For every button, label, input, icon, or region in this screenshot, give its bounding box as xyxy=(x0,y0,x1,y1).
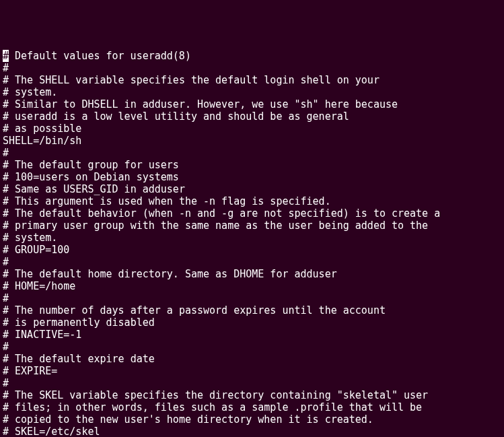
cursor: # xyxy=(3,50,9,62)
terminal-line: # xyxy=(3,341,501,353)
terminal-line: # The default behavior (when -n and -g a… xyxy=(3,207,501,220)
terminal-line: # GROUP=100 xyxy=(3,244,501,256)
terminal-line: # 100=users on Debian systems xyxy=(3,171,501,183)
terminal-content[interactable]: # Default values for useradd(8)## The SH… xyxy=(3,50,501,437)
terminal-line: # The default expire date xyxy=(3,353,501,365)
terminal-line: # copied to the new user's home director… xyxy=(3,413,501,426)
terminal-line: # The SHELL variable specifies the defau… xyxy=(3,74,501,86)
line-text: Default values for useradd(8) xyxy=(9,50,191,62)
terminal-line: # system. xyxy=(3,232,501,244)
terminal-line: # xyxy=(3,256,501,268)
terminal-line: # EXPIRE= xyxy=(3,365,501,377)
terminal-line: # This argument is used when the -n flag… xyxy=(3,195,501,207)
terminal-line: # xyxy=(3,377,501,389)
terminal-line: # The number of days after a password ex… xyxy=(3,304,501,316)
terminal-line: # is permanently disabled xyxy=(3,316,501,329)
terminal-line: # xyxy=(3,147,501,159)
terminal-line: # Default values for useradd(8) xyxy=(3,50,501,62)
terminal-line: # The SKEL variable specifies the direct… xyxy=(3,389,501,401)
terminal-line: # primary user group with the same name … xyxy=(3,220,501,232)
terminal-line: # Similar to DHSELL in adduser. However,… xyxy=(3,98,501,110)
terminal-line: # SKEL=/etc/skel xyxy=(3,426,501,437)
terminal-line: # HOME=/home xyxy=(3,280,501,292)
terminal-line: # INACTIVE=-1 xyxy=(3,329,501,341)
terminal-line: # Same as USERS_GID in adduser xyxy=(3,183,501,195)
terminal-line: # useradd is a low level utility and sho… xyxy=(3,110,501,123)
terminal-line: # The default group for users xyxy=(3,159,501,171)
terminal-line: # files; in other words, files such as a… xyxy=(3,401,501,413)
terminal-line: # system. xyxy=(3,86,501,98)
terminal-line: # as possible xyxy=(3,123,501,135)
terminal-line: # The default home directory. Same as DH… xyxy=(3,268,501,280)
terminal-line: # xyxy=(3,62,501,74)
terminal-line: SHELL=/bin/sh xyxy=(3,135,501,147)
terminal-line: # xyxy=(3,292,501,304)
